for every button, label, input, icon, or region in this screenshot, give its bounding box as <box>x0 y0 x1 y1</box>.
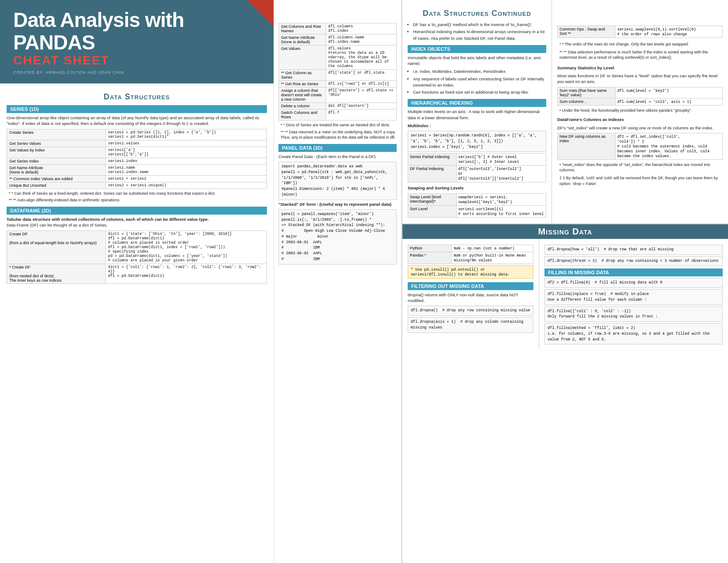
col-row-label: Delete a column <box>279 103 326 110</box>
missing-types-table: Python NaN – np.nan (not a number) Panda… <box>408 245 533 264</box>
col-row-code: del dfl['eastern'] <box>326 103 396 110</box>
table-row: Create Seriesseries1 = pd.Series ([1, 2]… <box>7 129 267 140</box>
df-partial-label: DF Partial Indexing <box>408 166 457 182</box>
table-row: Sort Level series1.sortlevel(1)# sorts a… <box>408 205 546 217</box>
stacked-desc: "Stacked" DF form : (Useful way to repre… <box>278 201 397 207</box>
index-bullets: i.e. Index, MultiIndex, DatetimeIndex, P… <box>413 68 546 95</box>
table-row: Assign a column that doesn't exist will … <box>279 87 397 103</box>
df-partial-code: dfl['outerCol3','InnerCol2']Ordfl['outer… <box>456 166 546 182</box>
table-row: Switch Columns and Rowsdfl.T <box>279 110 397 121</box>
series-row-label: Unique But Unsorted <box>7 182 106 189</box>
table-row: Sum columns .. dfl.sum(level = 'col3', a… <box>558 98 723 105</box>
hierarchical-desc: Multiple index levels on an axis : A way… <box>408 109 546 121</box>
table-row: ** Get Column as Seriesdfl['state'] or d… <box>279 70 397 81</box>
sum-rows-code: dfl.sum(level = 'key2') <box>615 87 722 98</box>
index-desc: Immutable objects that hold the axis lab… <box>408 55 546 67</box>
col-row-note: ** ** Data returned is a 'view' on the u… <box>278 129 397 140</box>
dataframe-desc: Tabular data structure with ordered coll… <box>7 216 267 228</box>
right-dropna-code2: dfl.dropna(thresh = 3) # drop any row co… <box>544 256 723 266</box>
table-row: * Create DF(from nested dict of dicts)Th… <box>7 264 267 283</box>
series-row-code: series1.values <box>105 140 266 147</box>
col-row-table: Get Columns and Row Namesdfl.columnsdfl.… <box>278 23 397 121</box>
series-header: SERIES (1D) <box>7 105 267 113</box>
reset-note: • "reset_index" does the opposite of "se… <box>557 162 723 173</box>
sort-level-label: Sort Level <box>408 205 457 217</box>
sum-cols-label: Sum columns .. <box>558 98 615 105</box>
python-label: Python <box>408 245 452 252</box>
multiindex-code: series1 = Series(np.random.randn(6), ind… <box>408 131 546 152</box>
missing-data-header-bar: Missing Data <box>402 224 728 239</box>
series-row-code: series1 + series2 <box>105 175 266 182</box>
missing-data-section: Python NaN – np.nan (not a number) Panda… <box>402 239 728 350</box>
col-row-label: Switch Columns and Rows <box>279 110 326 121</box>
pandas-val: NaN or python built-in None mean missing… <box>452 252 533 264</box>
col-row-label: Get Columns and Row Names <box>279 23 326 34</box>
df-row-code: dict1 = {'col1': {'row1': 1, 'row2': 2},… <box>105 264 266 283</box>
col-row-code: dfl.ix['row2'] or dfl.ix[1] <box>326 81 396 87</box>
cheat-sheet-label: CHEAT SHEET <box>13 53 260 68</box>
list-item: i.e. Index, MultiIndex, DatetimeIndex, P… <box>413 68 546 75</box>
df-row-code: dict1 = {'state': ['Ohio', 'CA'], 'year'… <box>105 230 266 264</box>
dagger-note: ‡ ‡ By default, 'col3' and 'col4' will b… <box>557 175 723 186</box>
filtering-code2: dfl.dropna(axis = 1) # drop any column c… <box>408 317 533 333</box>
table-row: Get Name Attribute(None is default)serie… <box>7 164 267 175</box>
table-row: Common Ops : Swap and Sort ** series1.sw… <box>558 26 723 38</box>
summary-stats-header: Summary Statistics by Level <box>557 65 723 71</box>
col-row-label: Get Name Attribute(None is default) <box>279 34 326 45</box>
dataframe-header: DATAFRAME (2D) <box>7 207 267 215</box>
main-title: Data Analysis with PANDAS <box>13 9 260 53</box>
series-row-code: series1['a']series1[['b','a']] <box>105 147 266 158</box>
df-cols-idx-desc: DF's "set_index" will create a new DF us… <box>557 125 723 131</box>
list-item: Can functions as fixed-size set in addit… <box>413 89 546 95</box>
summary-stats-desc: Most stats functions in DF or Series hav… <box>557 73 723 85</box>
sum-cols-code: dfl.sum(level = 'col3', axis = 1) <box>615 98 722 105</box>
table-row: Delete a columndel dfl['eastern'] <box>279 103 397 110</box>
series-row-code: series1.index <box>105 158 266 164</box>
table-row: Get Name Attribute(None is default)dfl.c… <box>279 34 397 45</box>
col-row-label: Get Values <box>279 45 326 70</box>
series-row-label: Get Values by Index <box>7 147 106 158</box>
filtering-desc: dropna() returns with ONLY non-null data… <box>408 292 533 304</box>
fill-code1: df2 = dfl.fillna(0) # fill all missing d… <box>544 278 723 288</box>
top-right-area: Data Structures Continued DF has a 'to_p… <box>402 0 728 224</box>
sum-stats-table: Sum rows (that have same 'key2' value) d… <box>557 87 723 106</box>
panel-header: PANEL DATA (3D) <box>278 144 397 152</box>
table-row: Get Valuesdfl.values#returns the data as… <box>279 45 397 70</box>
table-row: Sum rows (that have same 'key2' value) d… <box>558 87 723 98</box>
new-df-table: New DF using columns as index df2 = dfl.… <box>557 133 723 160</box>
series-note2: ** ** Auto-align differently-indexed dat… <box>7 197 267 203</box>
table-row: Series Partial Indexing series1['b'] # O… <box>408 154 546 166</box>
table-row: Unique But Unsortedseries2 = series1.uni… <box>7 182 267 189</box>
table-row: ** Get Row as Seriesdfl.ix['row2'] or df… <box>279 81 397 87</box>
series-row-label: Get Series Index <box>7 158 106 164</box>
swap-sort-header: Swaping and Sorting Levels <box>408 185 546 191</box>
hierarchical-header: HIERARCHICAL INDEXING <box>408 99 546 107</box>
data-structures-continued-title: Data Structures Continued <box>408 9 546 18</box>
col-row-code: dfl.columnsdfl.index <box>326 23 396 34</box>
left-column: Data Analysis with PANDAS CHEAT SHEET Cr… <box>0 0 274 563</box>
left-content: Data Structures SERIES (1D) One-dimensio… <box>0 83 274 290</box>
df-table: Create DF(from a dict of equal-length li… <box>7 230 267 284</box>
series-row-label: ** Common Index Values are Added <box>7 175 106 182</box>
series-row-label: Get Series Values <box>7 140 106 147</box>
partial-indexing-table: Series Partial Indexing series1['b'] # O… <box>408 153 546 182</box>
table-row: New DF using columns as index df2 = dfl.… <box>558 133 723 159</box>
panel-code1: import pandas_datareader.data as web pan… <box>278 162 397 200</box>
table-row: Get Series Valuesseries1.values <box>7 140 267 147</box>
right-column: Data Structures Continued DF has a 'to_p… <box>402 0 728 563</box>
pandas-label: Pandas * <box>408 252 452 264</box>
series-row-label: Create Series <box>7 129 106 140</box>
col-row-code: dfl['eastern'] = dfl.state == 'Ohio' <box>326 87 396 103</box>
swap-level-label: Swap Level (level interchanged)* <box>408 193 457 205</box>
header-block: Data Analysis with PANDAS CHEAT SHEET Cr… <box>0 0 274 83</box>
sort-level-code: series1.sortlevel(1)# sorts according to… <box>456 205 546 217</box>
col-row-label: Assign a column that doesn't exist will … <box>279 87 326 103</box>
new-df-code: df2 = dfl.set_index(['col3','col4']) * ‡… <box>615 133 722 159</box>
filtering-code1: dfl.dropna() # drop any row containing m… <box>408 306 533 316</box>
trs-left: Data Structures Continued DF has a 'to_p… <box>402 0 552 223</box>
pandas-note: * Use pd.isnull() pd.notnull() or series… <box>408 265 533 279</box>
middle-column: Get Columns and Row Namesdfl.columnsdfl.… <box>274 0 402 563</box>
df-row-label: * Create DF(from nested dict of dicts)Th… <box>7 264 106 283</box>
common-ops-label: Common Ops : Swap and Sort ** <box>558 26 615 38</box>
series-desc: One-dimensional array-like object contai… <box>7 115 267 127</box>
